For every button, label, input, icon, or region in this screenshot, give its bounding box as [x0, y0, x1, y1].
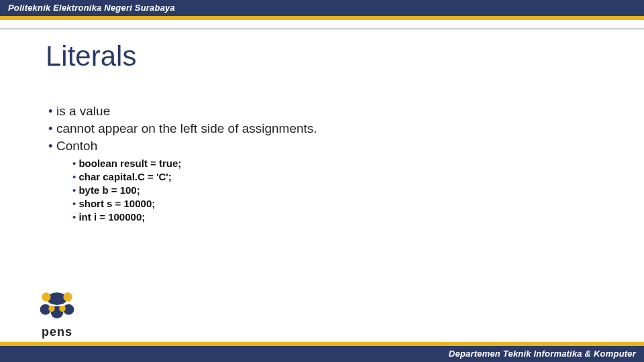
footer-dept-text: Departemen Teknik Informatika & Komputer	[449, 349, 636, 359]
svg-point-6	[48, 306, 54, 312]
bullet-item: Contoh	[48, 139, 317, 154]
header-accent-stripe	[0, 16, 644, 20]
footer-bar: Departemen Teknik Informatika & Komputer	[0, 346, 644, 362]
slide-title: Literals	[46, 40, 136, 72]
svg-point-1	[42, 292, 50, 301]
bullet-list: is a value cannot appear on the left sid…	[48, 104, 317, 225]
bullet-item: is a value	[48, 104, 317, 119]
header-bar: Politeknik Elektronika Negeri Surabaya	[0, 0, 644, 16]
pens-logo-text: pens	[20, 325, 94, 339]
code-example: short s = 10000;	[72, 198, 317, 209]
header-divider	[0, 28, 644, 29]
code-example: boolean result = true;	[72, 158, 317, 169]
svg-point-2	[63, 292, 72, 301]
pens-logo: pens	[20, 286, 94, 339]
slide: Politeknik Elektronika Negeri Surabaya L…	[0, 0, 644, 362]
code-example: char capital.C = 'C';	[72, 171, 317, 182]
sub-bullet-list: boolean result = true; char capital.C = …	[72, 158, 317, 223]
bullet-item: cannot appear on the left side of assign…	[48, 121, 317, 136]
header-org-text: Politeknik Elektronika Negeri Surabaya	[8, 3, 175, 13]
svg-point-7	[59, 306, 65, 312]
code-example: byte b = 100;	[72, 184, 317, 196]
code-example: int i = 100000;	[72, 211, 317, 223]
pens-logo-icon	[34, 286, 80, 326]
